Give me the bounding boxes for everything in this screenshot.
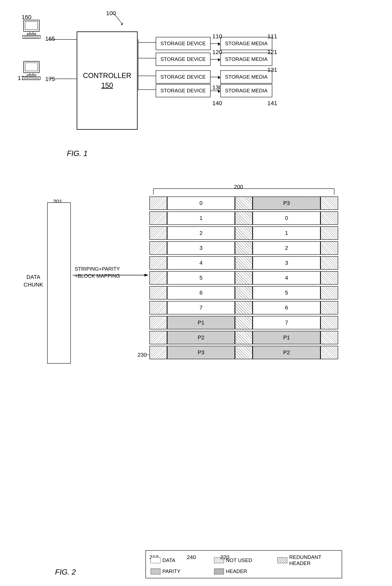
ref-121: 121 bbox=[267, 49, 277, 55]
cell-data-6-r: 6 bbox=[252, 301, 320, 314]
controller-text: CONTROLLER bbox=[83, 71, 131, 79]
cell-hatch-0-left bbox=[150, 196, 167, 210]
cell-hatch-1-right bbox=[320, 211, 338, 225]
cell-hatch-p2-left bbox=[150, 331, 167, 344]
storage-device-1: STORAGE DEVICE bbox=[156, 37, 210, 50]
cell-hatch-5-right bbox=[320, 271, 338, 285]
stripe-row-3: 3 2 bbox=[150, 241, 338, 255]
ref-131: 131 bbox=[267, 66, 277, 73]
stripe-row-0: 0 P3 bbox=[150, 196, 338, 210]
cell-parity-p1: P1 bbox=[167, 316, 235, 329]
ref-230: 230 bbox=[138, 352, 147, 358]
storage-row-3: STORAGE DEVICE STORAGE MEDIA bbox=[156, 70, 272, 83]
cell-hatch-3-left bbox=[150, 241, 167, 255]
cell-rhdr-6 bbox=[235, 286, 252, 299]
legend-label-redundant-header: REDUNDANT HEADER bbox=[289, 554, 337, 566]
storage-media-3: STORAGE MEDIA bbox=[220, 70, 272, 83]
ref-140: 140 bbox=[212, 100, 222, 106]
cell-hatch-p2-right bbox=[320, 331, 338, 344]
ref-160: 160 bbox=[22, 14, 32, 20]
cell-data-5-r: 5 bbox=[252, 286, 320, 299]
arrow-2 bbox=[210, 57, 220, 61]
cell-parity-p3-0: P3 bbox=[252, 196, 320, 210]
storage-media-1: STORAGE MEDIA bbox=[220, 37, 272, 50]
legend-item-redundant-header: REDUNDANT HEADER bbox=[278, 554, 337, 566]
cell-rhdr-4 bbox=[235, 256, 252, 270]
stripe-row-2: 2 1 bbox=[150, 226, 338, 240]
cell-rhdr-2 bbox=[235, 226, 252, 240]
cell-rhdr-p2 bbox=[235, 331, 252, 344]
svg-rect-13 bbox=[27, 75, 36, 76]
ref-111: 111 bbox=[267, 33, 277, 40]
legend-swatch-not-used bbox=[214, 557, 224, 563]
ref-175: 175 bbox=[45, 76, 55, 82]
controller-num: 150 bbox=[101, 81, 113, 89]
cell-hatch-6-left bbox=[150, 286, 167, 299]
h-branch-1 bbox=[138, 42, 156, 43]
cell-parity-p2: P2 bbox=[167, 331, 235, 344]
cell-rhdr-p1 bbox=[235, 316, 252, 329]
cell-data-3: 3 bbox=[167, 241, 235, 255]
cell-rhdr-0 bbox=[235, 196, 252, 210]
svg-rect-12 bbox=[30, 73, 33, 75]
legend-item-data: DATA bbox=[150, 554, 210, 566]
arrow-100 bbox=[110, 12, 126, 27]
h-branch-4 bbox=[138, 89, 156, 90]
stripe-row-p2: P2 P1 bbox=[150, 331, 338, 344]
svg-rect-3 bbox=[25, 21, 38, 30]
legend-label-header: HEADER bbox=[226, 568, 247, 575]
cell-data-7-r: 7 bbox=[252, 316, 320, 329]
cell-parity-p1-r: P1 bbox=[252, 331, 320, 344]
legend-swatch-redundant-header bbox=[278, 557, 287, 563]
stripe-row-p1: P1 7 bbox=[150, 316, 338, 329]
legend-swatch-header bbox=[214, 569, 224, 575]
legend-item-header: HEADER bbox=[214, 568, 274, 575]
connect-line-175 bbox=[48, 79, 77, 79]
cell-hatch-p3-left bbox=[150, 346, 167, 359]
h-branch-3 bbox=[138, 76, 156, 76]
cell-data-5: 5 bbox=[167, 271, 235, 285]
storage-device-4: STORAGE DEVICE bbox=[156, 84, 210, 97]
connect-line-165 bbox=[48, 39, 77, 40]
stripe-row-p3: P3 P2 bbox=[150, 346, 338, 359]
cell-hatch-4-right bbox=[320, 256, 338, 270]
stripe-row-1: 1 0 bbox=[150, 211, 338, 225]
cell-rhdr-1 bbox=[235, 211, 252, 225]
legend-swatch-data bbox=[150, 557, 160, 563]
legend-box: DATA NOT USED REDUNDANT HEADER PARITY HE… bbox=[146, 550, 342, 578]
cell-hatch-5-left bbox=[150, 271, 167, 285]
bracket-200 bbox=[150, 185, 338, 195]
cell-data-1: 1 bbox=[167, 211, 235, 225]
striping-arrow bbox=[73, 272, 151, 278]
cell-data-4-r: 4 bbox=[252, 271, 320, 285]
ref-200: 200 bbox=[234, 184, 243, 190]
cell-parity-p2-r: P2 bbox=[252, 346, 320, 359]
cell-rhdr-3 bbox=[235, 241, 252, 255]
arrow-3 bbox=[210, 75, 220, 79]
cell-hatch-7-left bbox=[150, 301, 167, 314]
cell-data-1-r: 1 bbox=[252, 226, 320, 240]
data-chunk-bar bbox=[47, 202, 71, 364]
v-spine bbox=[138, 39, 138, 90]
cell-rhdr-5 bbox=[235, 271, 252, 285]
svg-rect-5 bbox=[27, 33, 36, 34]
cell-data-0: 0 bbox=[167, 196, 235, 210]
legend-label-not-used: NOT USED bbox=[226, 557, 252, 564]
legend-label-parity: PARITY bbox=[162, 568, 180, 575]
storage-device-3: STORAGE DEVICE bbox=[156, 70, 210, 83]
stripe-row-7: 7 6 bbox=[150, 301, 338, 314]
cell-data-6: 6 bbox=[167, 286, 235, 299]
legend-label-data: DATA bbox=[162, 557, 175, 564]
svg-line-0 bbox=[114, 14, 122, 23]
diagram-container: 100 160 165 170 bbox=[0, 0, 392, 586]
cell-data-4: 4 bbox=[167, 256, 235, 270]
ref-110: 110 bbox=[212, 33, 222, 40]
cell-hatch-0-right bbox=[320, 196, 338, 210]
storage-device-2: STORAGE DEVICE bbox=[156, 53, 210, 66]
stripe-row-5: 5 4 bbox=[150, 271, 338, 285]
legend-item-not-used: NOT USED bbox=[214, 554, 274, 566]
cell-hatch-p3-right bbox=[320, 346, 338, 359]
ref-165: 165 bbox=[45, 35, 55, 42]
controller-box: CONTROLLER 150 bbox=[77, 31, 138, 130]
cell-rhdr-7 bbox=[235, 301, 252, 314]
